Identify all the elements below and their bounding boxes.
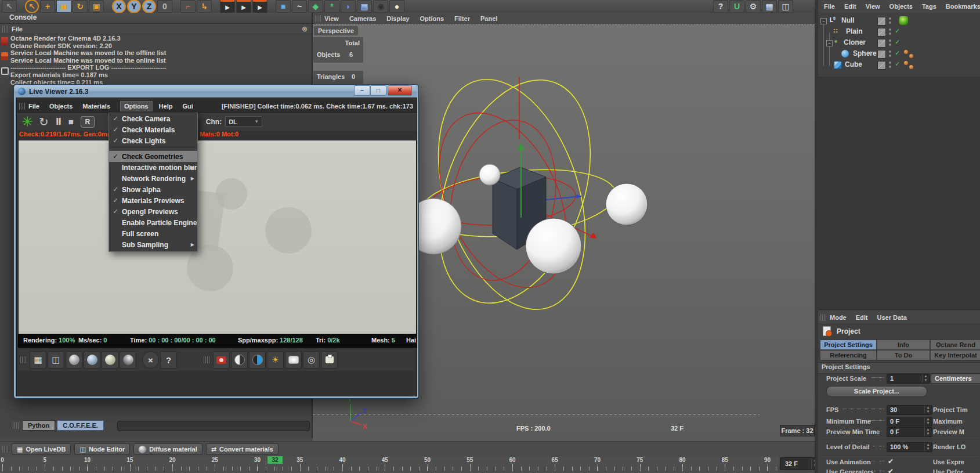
am-menu-edit[interactable]: Edit	[856, 314, 868, 321]
tab-to-do[interactable]: To Do	[877, 350, 930, 360]
editor-visibility-dot[interactable]	[889, 28, 891, 31]
layout-split-icon[interactable]: ◫	[778, 0, 793, 13]
add-light-icon[interactable]: ●	[389, 0, 404, 13]
view-label[interactable]: Perspective	[314, 26, 358, 35]
dock-grip[interactable]	[315, 15, 321, 22]
sun-light-icon[interactable]: ☀	[267, 351, 284, 369]
render-view[interactable]	[18, 140, 417, 334]
om-menu-objects[interactable]: Objects	[889, 3, 913, 10]
enabled-light-icon[interactable]	[899, 16, 908, 25]
lv-menu-help[interactable]: Help	[159, 103, 173, 110]
convert-materials-button[interactable]: ⇄ Convert materials	[206, 443, 279, 455]
minimum-time-field[interactable]: 0 F▲▼	[887, 417, 932, 427]
collapse-icon[interactable]: –	[820, 18, 827, 24]
open-livedb-button[interactable]: ▦ Open LiveDB	[12, 443, 71, 455]
tab-referencing[interactable]: Referencing	[820, 350, 877, 360]
console-file-menu[interactable]: File	[12, 26, 23, 33]
scale-tool-icon[interactable]: ▣	[56, 0, 71, 13]
livedb-grid-icon[interactable]: ▦	[30, 351, 46, 369]
render-visibility-dot[interactable]	[889, 66, 891, 68]
render-visibility-dot[interactable]	[889, 55, 891, 57]
restart-render-icon[interactable]: ↻	[39, 115, 49, 129]
tab-python[interactable]: Python	[22, 420, 55, 431]
lock-x-axis-icon[interactable]: X	[112, 0, 126, 13]
live-viewer-titlebar[interactable]: Live Viewer 2.16.3 – □ ×	[15, 85, 417, 98]
menu-item-check-lights[interactable]: ✓Check Lights	[109, 135, 197, 146]
switch-materials-icon[interactable]: ×	[142, 351, 159, 369]
om-menu-file[interactable]: File	[824, 3, 835, 10]
timeline-ruler[interactable]: 051015202530354045505560657075808590 32	[0, 456, 779, 473]
menu-item-check-materials[interactable]: ✓Check Materials	[109, 124, 197, 135]
scale-project-button[interactable]: Scale Project...	[826, 386, 927, 397]
node-editor-button[interactable]: ◫ Node Editor	[74, 443, 130, 455]
add-deformer-icon[interactable]: ◗	[341, 0, 356, 13]
d ock-grip[interactable]	[2, 446, 8, 453]
menu-item-check-geometries[interactable]: ✓Check Geometries	[109, 151, 197, 162]
layer-toggle[interactable]	[877, 39, 886, 48]
stop-icon[interactable]	[1, 67, 9, 75]
material-preview-sphere[interactable]	[120, 351, 136, 369]
section-header[interactable]: Project Settings	[818, 362, 980, 374]
current-frame-marker[interactable]: 32	[267, 456, 283, 464]
fps-field[interactable]: 30▲▼	[887, 405, 932, 415]
spinner-arrows-icon[interactable]: ▲▼	[922, 374, 929, 383]
ies-light-icon[interactable]	[321, 351, 338, 369]
viewport-menu-display[interactable]: Display	[386, 15, 409, 22]
last-tool-icon[interactable]: ▣	[89, 0, 104, 13]
alpha-mode-icon[interactable]	[249, 351, 266, 369]
layer-toggle[interactable]	[877, 50, 886, 59]
viewport-menu-options[interactable]: Options	[420, 15, 444, 22]
settings-gear-icon[interactable]: ⚙	[746, 0, 761, 13]
preview-min-time-field[interactable]: 0 F▲▼	[887, 427, 932, 437]
add-environment-icon[interactable]: ▦	[357, 0, 372, 13]
minimize-button[interactable]: –	[354, 85, 370, 96]
layers-icon[interactable]	[1, 52, 8, 60]
lv-help-icon[interactable]: ?	[160, 351, 177, 369]
tab-info[interactable]: Info	[877, 340, 930, 350]
dock-grip[interactable]	[2, 26, 8, 33]
tab-octane-render[interactable]: Octane Rend	[930, 340, 980, 350]
add-spline-icon[interactable]: ~	[292, 0, 307, 13]
coordinate-system-icon[interactable]: 0	[157, 0, 172, 13]
clay-mode-icon[interactable]	[231, 351, 248, 369]
pause-render-icon[interactable]: Ⅱ	[56, 117, 62, 127]
render-settings-icon[interactable]: ▶	[252, 0, 267, 14]
lock-y-axis-icon[interactable]: Y	[127, 0, 141, 13]
tab-project-settings[interactable]: Project Settings	[820, 340, 877, 350]
tree-row-null[interactable]: – L0 Null	[818, 15, 980, 26]
layer-toggle[interactable]	[877, 17, 886, 26]
enabled-check-icon[interactable]: ✓	[895, 27, 900, 35]
viewport-menu-view[interactable]: View	[324, 15, 339, 22]
viewport-menu-panel[interactable]: Panel	[480, 15, 497, 22]
console-close-icon[interactable]: ⊗	[302, 25, 308, 33]
menu-item-show-alpha[interactable]: ✓Show alpha	[109, 184, 197, 195]
add-cube-icon[interactable]: ■	[276, 0, 291, 13]
camera-mode-icon[interactable]	[213, 351, 230, 369]
add-generator-icon[interactable]: *	[324, 0, 339, 13]
project-scale-field[interactable]: 1 ▲▼	[887, 374, 930, 384]
spinner-arrows-icon[interactable]: ▲▼	[924, 428, 931, 436]
diffuse-material-button[interactable]: Diffuse material	[133, 443, 202, 455]
om-menu-edit[interactable]: Edit	[844, 3, 856, 10]
tag-icon[interactable]	[904, 50, 908, 54]
spinner-arrows-icon[interactable]: ▲▼	[924, 443, 931, 452]
menu-item-check-camera[interactable]: ✓Check Camera	[109, 113, 197, 124]
node-editor-icon[interactable]: ◫	[48, 351, 64, 369]
project-scale-unit-dropdown[interactable]: Centimeters	[931, 374, 980, 384]
tag-icon[interactable]	[909, 54, 913, 58]
dock-grip[interactable]	[13, 422, 19, 429]
rotate-tool-icon[interactable]: ↻	[73, 0, 88, 13]
editor-visibility-dot[interactable]	[889, 39, 891, 42]
tag-icon[interactable]	[904, 61, 908, 65]
close-button[interactable]: ×	[388, 85, 412, 96]
menu-item-interactive-motion-blur[interactable]: Interactive motion blur▶	[109, 162, 197, 173]
tree-row-cube[interactable]: Cube ✓	[818, 59, 980, 70]
menu-item-opengl-previews[interactable]: ✓Opengl Previews	[109, 206, 197, 217]
help-icon[interactable]: ?	[713, 0, 728, 13]
tree-row-cloner[interactable]: – * Cloner ✓	[818, 37, 980, 48]
spinner-arrows-icon[interactable]: ▲▼	[924, 417, 931, 426]
editor-visibility-dot[interactable]	[889, 17, 891, 20]
level-of-detail-field[interactable]: 100 %▲▼	[887, 442, 932, 452]
render-view-icon[interactable]: ▶	[220, 0, 235, 14]
delete-trash-icon[interactable]	[1, 37, 8, 45]
